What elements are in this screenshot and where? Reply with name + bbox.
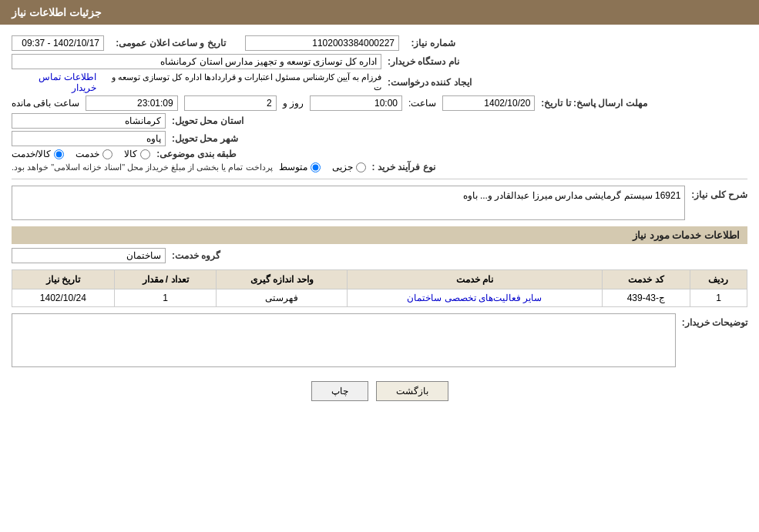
category-label: طبقه بندی موضوعی: bbox=[156, 149, 237, 159]
category-radio-khedmat[interactable] bbox=[102, 149, 113, 159]
category-radio-group: کالا خدمت کالا/خدمت bbox=[12, 149, 150, 159]
cell-code: ج-43-439 bbox=[602, 289, 690, 307]
buyer-notes-row: توضیحات خریدار: bbox=[12, 313, 747, 370]
purchase-radio-jozi[interactable] bbox=[356, 162, 366, 172]
creator-value-area: فرزام به آیین کارشناس مسئول اعتبارات و ق… bbox=[12, 72, 381, 93]
buttons-row: بازگشت چاپ bbox=[12, 381, 747, 401]
service-group-label: گروه خدمت: bbox=[172, 250, 220, 261]
announce-label: تاریخ و ساعت اعلان عمومی: bbox=[116, 38, 225, 49]
category-row: طبقه بندی موضوعی: کالا خدمت کالا/خدمت bbox=[12, 149, 747, 159]
creator-label: ایجاد کننده درخواست: bbox=[388, 77, 472, 88]
deadline-date: 1402/10/20 bbox=[442, 95, 535, 111]
description-value: 16921 سیستم گرمایشی مدارس میرزا عبدالقاد… bbox=[12, 186, 685, 220]
deadline-remaining-label: ساعت باقی مانده bbox=[12, 98, 79, 109]
deadline-row: مهلت ارسال پاسخ: تا تاریخ: 1402/10/20 سا… bbox=[12, 95, 747, 111]
back-button[interactable]: بازگشت bbox=[376, 381, 448, 401]
main-content: شماره نیاز: 1102003384000227 تاریخ و ساع… bbox=[0, 25, 759, 417]
page-header: جزئیات اطلاعات نیاز bbox=[0, 0, 759, 25]
city-label: شهر محل تحویل: bbox=[172, 133, 238, 144]
buyer-org-row: نام دستگاه خریدار: اداره کل توسازی توسعه… bbox=[12, 54, 747, 69]
province-label: استان محل تحویل: bbox=[172, 115, 243, 126]
col-header-date: تاریخ نیاز bbox=[12, 270, 115, 289]
col-header-name: نام خدمت bbox=[348, 270, 603, 289]
need-number-label: شماره نیاز: bbox=[411, 38, 455, 49]
description-row: شرح کلی نیاز: 16921 سیستم گرمایشی مدارس … bbox=[12, 186, 747, 220]
purchase-label-motavasset: متوسط bbox=[279, 162, 307, 172]
need-number-row: شماره نیاز: 1102003384000227 تاریخ و ساع… bbox=[12, 35, 747, 51]
buyer-org-label: نام دستگاه خریدار: bbox=[388, 56, 459, 67]
category-radio-kala[interactable] bbox=[140, 149, 150, 159]
purchase-type-label: نوع فرآیند خرید : bbox=[372, 162, 435, 172]
services-table: ردیف کد خدمت نام خدمت واحد اندازه گیری ت… bbox=[12, 269, 747, 307]
header-title: جزئیات اطلاعات نیاز bbox=[12, 6, 102, 18]
cell-name: سایر فعالیت‌های تخصصی ساختمان bbox=[348, 289, 603, 307]
buyer-notes-area bbox=[12, 313, 676, 370]
col-header-row: ردیف bbox=[690, 270, 747, 289]
creator-link[interactable]: اطلاعات تماس خریدار bbox=[12, 72, 96, 93]
purchase-option-jozi: جزیی bbox=[332, 162, 366, 172]
buyer-notes-label: توضیحات خریدار: bbox=[682, 317, 747, 328]
creator-value: فرزام به آیین کارشناس مسئول اعتبارات و ق… bbox=[102, 72, 381, 92]
col-header-qty: تعداد / مقدار bbox=[114, 270, 217, 289]
print-button[interactable]: چاپ bbox=[311, 381, 368, 401]
col-header-unit: واحد اندازه گیری bbox=[217, 270, 348, 289]
description-label: شرح کلی نیاز: bbox=[691, 189, 747, 200]
divider-1 bbox=[12, 179, 747, 179]
province-value: کرمانشاه bbox=[12, 113, 166, 129]
category-radio-kala-khedmat[interactable] bbox=[54, 149, 64, 159]
purchase-radio-motavasset[interactable] bbox=[311, 162, 321, 172]
deadline-days-label: روز و bbox=[283, 98, 304, 109]
need-number-value: 1102003384000227 bbox=[245, 35, 399, 51]
services-section-header: اطلاعات خدمات مورد نیاز bbox=[12, 226, 747, 244]
purchase-radio-group: جزیی متوسط bbox=[279, 162, 366, 172]
cell-unit: فهرستی bbox=[217, 289, 348, 307]
announce-value: 1402/10/17 - 09:37 bbox=[12, 35, 104, 51]
purchase-option-motavasset: متوسط bbox=[279, 162, 321, 172]
deadline-label: مهلت ارسال پاسخ: تا تاریخ: bbox=[541, 98, 646, 109]
deadline-time-label: ساعت: bbox=[408, 98, 436, 109]
purchase-type-row: نوع فرآیند خرید : جزیی متوسط پرداخت تمام… bbox=[12, 162, 747, 172]
creator-row: ایجاد کننده درخواست: فرزام به آیین کارشن… bbox=[12, 72, 747, 93]
city-row: شهر محل تحویل: پاوه bbox=[12, 131, 747, 146]
table-row: 1ج-43-439سایر فعالیت‌های تخصصی ساختمانفه… bbox=[12, 289, 747, 307]
col-header-code: کد خدمت bbox=[602, 270, 690, 289]
buyer-notes-textarea[interactable] bbox=[12, 313, 676, 367]
buyer-org-value: اداره کل توسازی توسعه و تجهیز مدارس استا… bbox=[12, 54, 381, 69]
purchase-label-jozi: جزیی bbox=[332, 162, 353, 172]
cell-quantity: 1 bbox=[114, 289, 217, 307]
category-label-kala-khedmat: کالا/خدمت bbox=[12, 149, 51, 159]
city-value: پاوه bbox=[12, 131, 166, 146]
purchase-note: پرداخت تمام یا بخشی از مبلغ خریداز محل "… bbox=[12, 162, 273, 172]
province-row: استان محل تحویل: کرمانشاه bbox=[12, 113, 747, 129]
service-group-row: گروه خدمت: ساختمان bbox=[12, 248, 747, 263]
category-option-khedmat: خدمت bbox=[76, 149, 113, 159]
category-option-kala-khedmat: کالا/خدمت bbox=[12, 149, 64, 159]
page-wrapper: جزئیات اطلاعات نیاز شماره نیاز: 11020033… bbox=[0, 0, 759, 532]
category-option-kala: کالا bbox=[124, 149, 150, 159]
deadline-remaining: 23:01:09 bbox=[86, 95, 178, 111]
deadline-days: 2 bbox=[184, 95, 277, 111]
service-group-value: ساختمان bbox=[12, 248, 166, 263]
cell-row: 1 bbox=[690, 289, 747, 307]
category-label-khedmat: خدمت bbox=[76, 149, 99, 159]
cell-date: 1402/10/24 bbox=[12, 289, 115, 307]
category-label-kala: کالا bbox=[124, 149, 137, 159]
deadline-time: 10:00 bbox=[310, 95, 402, 111]
